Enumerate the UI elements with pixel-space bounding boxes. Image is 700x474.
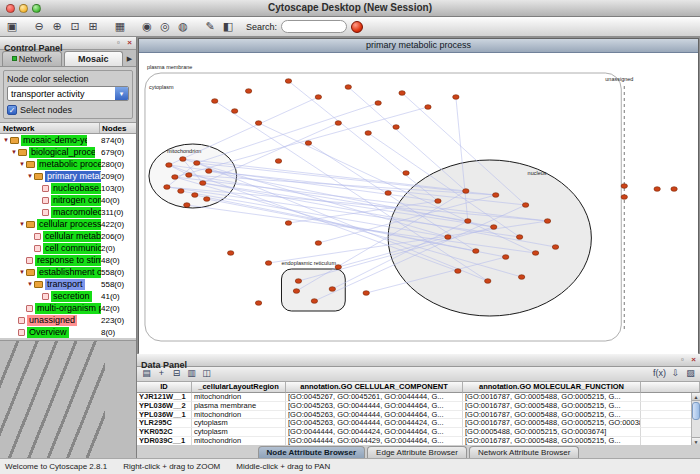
annotations-icon[interactable]: ✎ (202, 19, 218, 35)
tree-item-unassigned[interactable]: unassigned223(0) (0, 314, 136, 326)
tree-item-response-to-stimul[interactable]: response to stimul...48(0) (0, 254, 136, 266)
search-options-button[interactable] (351, 21, 363, 33)
table-cell[interactable]: mitochondrion (192, 437, 286, 445)
table-cell[interactable]: YKR052C (137, 428, 192, 437)
birdseye-view[interactable] (0, 340, 136, 458)
network-node[interactable] (455, 269, 461, 274)
tree-item-biological-process[interactable]: ▼biological_process679(0) (0, 146, 136, 158)
tree-expander-icon[interactable]: ▼ (18, 221, 26, 227)
tree-expander-icon[interactable]: ▼ (26, 281, 34, 287)
network-node[interactable] (485, 279, 491, 284)
scroll-down-icon[interactable]: ▼ (692, 437, 700, 445)
network-node[interactable] (204, 197, 210, 202)
network-node[interactable] (403, 171, 409, 176)
network-node[interactable] (255, 121, 261, 126)
tree-item-macromolecule[interactable]: macromolecule...311(0) (0, 206, 136, 218)
tab-network-attribute-browser[interactable]: Network Attribute Browser (469, 446, 579, 458)
network-node[interactable] (621, 195, 627, 200)
tree-item-cellular-process[interactable]: ▼cellular process422(0) (0, 218, 136, 230)
import-attributes-icon[interactable]: ⇩ (669, 368, 682, 380)
network-node[interactable] (212, 99, 218, 104)
tree-expander-icon[interactable]: ▼ (18, 161, 26, 167)
network-node[interactable] (463, 189, 469, 194)
network-node[interactable] (164, 185, 170, 190)
network-node[interactable] (399, 91, 405, 96)
network-node[interactable] (186, 173, 192, 178)
window-zoom-button[interactable] (32, 4, 41, 13)
tab-node-attribute-browser[interactable]: Node Attribute Browser (258, 446, 366, 458)
open-attribute-file-icon[interactable]: ▨ (684, 368, 697, 380)
network-node[interactable] (295, 279, 301, 284)
function-builder-icon[interactable]: f(x) (652, 368, 667, 380)
network-edge[interactable] (197, 103, 378, 163)
table-cell[interactable]: YPL036W__2 (137, 402, 192, 411)
network-node[interactable] (502, 255, 508, 260)
tree-header-network[interactable]: Network (0, 123, 100, 133)
zoom-fit-content-icon[interactable]: ⊞ (85, 19, 101, 35)
network-node[interactable] (265, 261, 271, 266)
network-node[interactable] (180, 157, 186, 162)
table-cell[interactable]: YLR295C (137, 419, 192, 428)
table-cell[interactable]: YDR039C__1 (137, 437, 192, 445)
close-panel-icon[interactable]: × (125, 37, 134, 49)
tree-header-nodes[interactable]: Nodes (100, 123, 136, 133)
network-node[interactable] (184, 203, 190, 208)
table-cell[interactable]: [GO:0044444, GO:0044429, GO:0044464, G..… (286, 437, 463, 445)
zoom-out-icon[interactable]: ⊖ (31, 19, 47, 35)
tree-item-multi-organism-pro[interactable]: multi-organism pro...42(0) (0, 302, 136, 314)
data-panel-close-icon[interactable]: × (689, 354, 698, 366)
column-header-cellularlayoutregion[interactable]: _cellularLayoutRegion (192, 382, 286, 393)
column-header-annotation-go-cellular-component[interactable]: annotation.GO CELLULAR_COMPONENT (286, 382, 463, 393)
new-network-selected-edges-icon[interactable]: ◎ (157, 19, 173, 35)
network-node[interactable] (516, 235, 522, 240)
tree-item-nucleobase[interactable]: nucleobase...103(0) (0, 182, 136, 194)
network-node[interactable] (305, 141, 311, 146)
network-node[interactable] (315, 241, 321, 246)
network-node[interactable] (544, 219, 550, 224)
search-input[interactable] (281, 20, 347, 33)
network-node[interactable] (473, 249, 479, 254)
network-node[interactable] (654, 187, 660, 192)
network-node[interactable] (275, 159, 281, 164)
network-node[interactable] (231, 109, 237, 114)
match-attribute-icon[interactable]: ◫ (200, 368, 213, 380)
network-node[interactable] (435, 199, 441, 204)
network-node[interactable] (172, 175, 178, 180)
tree-expander-icon[interactable]: ▼ (2, 137, 10, 143)
network-node[interactable] (345, 85, 351, 90)
network-node[interactable] (491, 225, 497, 230)
network-canvas-svg[interactable]: plasma membranecytoplasmmitochondrionnuc… (139, 53, 698, 354)
tree-item-metabolic-process[interactable]: ▼metabolic process280(0) (0, 158, 136, 170)
network-node[interactable] (518, 275, 524, 280)
tree-item-establishment-of-l[interactable]: ▼establishment of l...558(0) (0, 266, 136, 278)
table-cell[interactable]: plasma membrane (192, 402, 286, 411)
network-node[interactable] (293, 289, 299, 294)
table-cell[interactable]: [GO:0045263, GO:0044444, GO:0044464, G..… (286, 411, 463, 420)
network-node[interactable] (453, 95, 459, 100)
network-node[interactable] (329, 287, 335, 292)
zoom-in-icon[interactable]: ⊕ (49, 19, 65, 35)
table-cell[interactable]: [GO:0044444, GO:0044424, GO:0044464, G..… (286, 428, 463, 437)
tree-item-cell-communica[interactable]: cell communica...2(0) (0, 242, 136, 254)
network-node[interactable] (178, 189, 184, 194)
network-view-titlebar[interactable]: primary metabolic process (139, 39, 698, 53)
table-cell[interactable]: [GO:0045263, GO:0044444, GO:0044424, G..… (286, 419, 463, 428)
merge-networks-icon[interactable]: ◍ (175, 19, 191, 35)
network-node[interactable] (363, 291, 369, 296)
table-cell[interactable]: [GO:0016787, GO:0005488, GO:0005215, G..… (463, 411, 641, 420)
select-nodes-checkbox[interactable]: ✓ (7, 105, 17, 115)
network-node[interactable] (285, 79, 291, 84)
tree-item-mosaic-demo-yeast[interactable]: ▼mosaic-demo-yeast874(0) (0, 134, 136, 146)
column-header-id[interactable]: ID (137, 382, 192, 393)
network-node[interactable] (493, 193, 499, 198)
float-panel-icon[interactable]: ▫ (114, 37, 123, 49)
table-cell[interactable]: [GO:0016787, GO:0005488, GO:0005215, G..… (463, 402, 641, 411)
tree-item-overview[interactable]: Overview8(0) (0, 326, 136, 338)
network-node[interactable] (671, 187, 677, 192)
tree-expander-icon[interactable]: ▼ (18, 269, 26, 275)
table-cell[interactable]: [GO:0016787, GO:0005488, GO:0005215, GO:… (463, 419, 641, 428)
tab-scroll-right-icon[interactable]: ▶ (124, 51, 135, 66)
network-node[interactable] (227, 251, 233, 256)
show-graphics-details-icon[interactable]: ▣ (4, 19, 20, 35)
window-minimize-button[interactable] (19, 4, 28, 13)
